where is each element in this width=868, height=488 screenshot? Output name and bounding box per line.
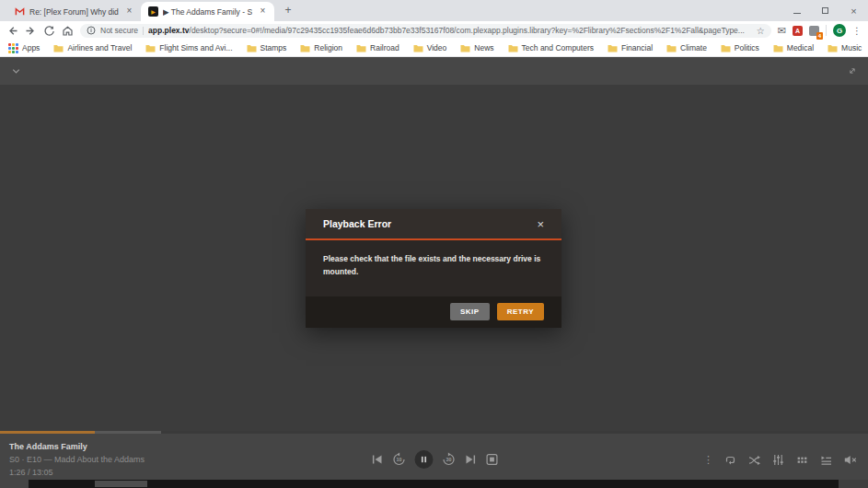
bookmark-folder[interactable]: Tech and Computers — [508, 43, 594, 52]
folder-icon — [508, 44, 518, 52]
expand-button[interactable] — [847, 65, 858, 76]
horizontal-scrollbar[interactable] — [29, 480, 839, 488]
scrollbar-corner — [839, 480, 868, 488]
bookmark-folder[interactable]: Religion — [300, 43, 342, 52]
security-label: Not secure — [100, 26, 138, 35]
dialog-title: Playback Error — [323, 218, 391, 229]
home-button[interactable] — [62, 25, 74, 37]
tab-gmail[interactable]: Re: [Plex Forum] Why did it all fa × — [7, 2, 141, 21]
play-queue-icon — [819, 453, 833, 467]
browser-window: Re: [Plex Forum] Why did it all fa × ▶ ▶… — [0, 0, 868, 488]
svg-text:10: 10 — [396, 457, 401, 462]
shuffle-button[interactable] — [747, 453, 761, 467]
plex-favicon-icon: ▶ — [148, 6, 158, 17]
bookmark-folder[interactable]: Politics — [721, 43, 759, 52]
folder-icon — [53, 44, 64, 52]
minimize-button[interactable] — [782, 0, 811, 21]
apps-shortcut[interactable]: Apps — [8, 43, 40, 53]
repeat-button[interactable] — [723, 453, 737, 467]
profile-avatar[interactable]: G — [833, 24, 846, 37]
window-controls: × — [782, 0, 868, 21]
collapse-chevron-button[interactable] — [10, 65, 22, 77]
badged-extension-icon[interactable]: 4 — [809, 26, 819, 36]
player-bar: The Addams Family S0 · E10 — Madd About … — [0, 431, 868, 488]
bookmark-folder[interactable]: Railroad — [356, 43, 399, 52]
tab-plex[interactable]: ▶ ▶ The Addams Family - S0 - E10 × — [141, 2, 274, 21]
folder-icon — [300, 44, 310, 52]
bookmark-folder[interactable]: Climate — [666, 43, 707, 52]
expand-diagonal-icon — [847, 65, 858, 76]
dialog-close-icon[interactable]: × — [537, 217, 544, 231]
playback-error-dialog: Playback Error × Please check that the f… — [306, 209, 561, 328]
apps-grid-icon — [8, 43, 18, 53]
more-options-icon[interactable]: ⋮ — [703, 455, 713, 465]
volume-muted-button[interactable] — [843, 453, 857, 467]
extension-badge: 4 — [816, 32, 823, 40]
rewind-10-button[interactable]: 10 — [391, 452, 406, 467]
close-window-button[interactable]: × — [839, 0, 868, 21]
address-divider — [143, 27, 144, 35]
url-path: /desktop?secure=0#!/media/97c29435cc1935… — [190, 26, 745, 35]
dialog-footer: SKIP RETRY — [306, 296, 561, 328]
address-bar[interactable]: Not secure app.plex.tv/desktop?secure=0#… — [80, 24, 771, 38]
folder-icon — [145, 44, 156, 52]
tab-close-icon[interactable]: × — [123, 6, 135, 17]
maximize-button[interactable] — [811, 0, 839, 21]
grid-view-button[interactable] — [795, 453, 809, 467]
apps-label: Apps — [22, 43, 40, 52]
show-title: The Addams Family — [9, 442, 145, 451]
stop-button[interactable] — [485, 453, 498, 466]
browser-menu-icon[interactable]: ⋮ — [852, 26, 862, 36]
dialog-header: Playback Error × — [306, 209, 561, 240]
next-track-button[interactable] — [464, 453, 477, 466]
previous-track-button[interactable] — [370, 453, 383, 466]
seek-bar[interactable] — [0, 431, 868, 434]
mail-extension-icon[interactable]: ✉ — [778, 25, 786, 37]
sliders-icon — [771, 453, 785, 467]
pause-button[interactable] — [414, 450, 433, 469]
tab-title: Re: [Plex Forum] Why did it all fa — [29, 7, 119, 17]
gmail-favicon-icon — [15, 6, 25, 17]
bookmark-folder[interactable]: Flight Sims and Avi... — [145, 43, 232, 52]
folder-icon — [721, 44, 731, 52]
bookmark-folder[interactable]: News — [460, 43, 493, 52]
tab-close-icon[interactable]: × — [257, 6, 269, 17]
bookmark-folder[interactable]: Video — [413, 43, 447, 52]
skip-button[interactable]: SKIP — [450, 303, 490, 320]
url-domain: app.plex.tv — [148, 26, 189, 35]
bookmark-folder[interactable]: Airlines and Travel — [53, 43, 132, 52]
forward-button[interactable] — [25, 25, 37, 37]
reload-button[interactable] — [43, 25, 55, 37]
bookmark-folder[interactable]: Stamps — [247, 43, 287, 52]
bookmark-folder[interactable]: Medical — [773, 43, 814, 52]
folder-icon — [460, 44, 470, 52]
settings-sliders-button[interactable] — [771, 453, 785, 467]
previous-track-icon — [370, 453, 383, 466]
folder-icon — [608, 44, 618, 52]
time-display: 1:26 / 13:05 — [9, 468, 145, 477]
bookmark-folder[interactable]: Music — [827, 43, 862, 52]
scrollbar-thumb[interactable] — [95, 481, 147, 487]
dialog-message: Please check that the file exists and th… — [323, 252, 544, 279]
toolbar-separator — [826, 25, 827, 36]
playback-controls: 10 30 — [370, 450, 498, 469]
rewind-10-icon: 10 — [391, 452, 406, 467]
stop-icon — [485, 453, 498, 466]
bookmark-star-icon[interactable]: ☆ — [757, 26, 765, 36]
pdf-extension-icon[interactable]: A — [793, 26, 803, 36]
grid-icon — [795, 453, 809, 467]
url-text: app.plex.tv/desktop?secure=0#!/media/97c… — [148, 26, 752, 35]
svg-text:30: 30 — [446, 457, 451, 462]
folder-icon — [356, 44, 366, 52]
back-button[interactable] — [6, 25, 18, 37]
volume-muted-icon — [843, 453, 857, 467]
new-tab-button[interactable]: + — [280, 3, 296, 19]
forward-30-icon: 30 — [441, 452, 456, 467]
play-queue-button[interactable] — [819, 453, 833, 467]
next-track-icon — [464, 453, 477, 466]
info-icon[interactable] — [87, 26, 96, 35]
retry-button[interactable]: RETRY — [497, 303, 544, 320]
forward-30-button[interactable]: 30 — [441, 452, 456, 467]
plex-app: Playback Error × Please check that the f… — [0, 57, 868, 488]
bookmark-folder[interactable]: Financial — [608, 43, 653, 52]
